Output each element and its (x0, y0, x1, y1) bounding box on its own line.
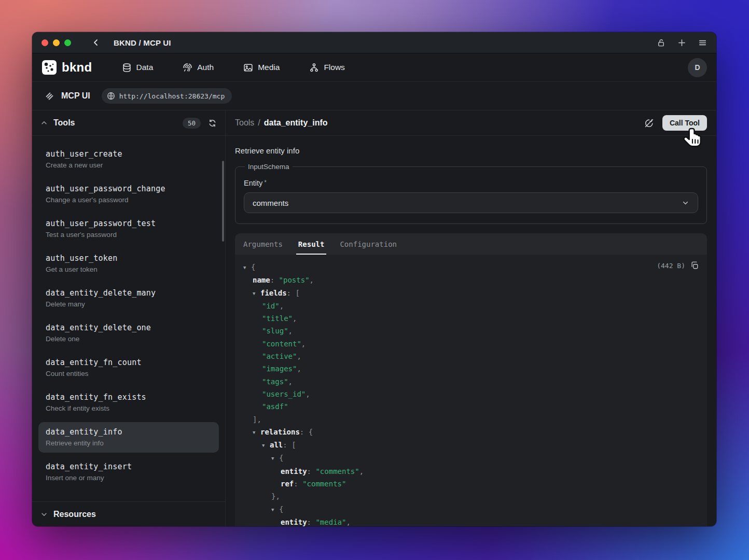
json-token: entity (281, 467, 307, 475)
tab-result[interactable]: Result (298, 233, 325, 255)
nav-item-flows[interactable]: Flows (309, 63, 344, 73)
tool-description: Create a new user (46, 161, 212, 169)
tool-list-item-auth_user_token[interactable]: auth_user_tokenGet a user token (38, 248, 219, 279)
json-token: relations (260, 428, 300, 436)
tool-name: data_entity_delete_many (46, 288, 212, 298)
json-line: ▼{ (243, 261, 699, 274)
close-window-button[interactable] (41, 39, 48, 46)
json-line: "title", (243, 312, 699, 325)
breadcrumb-section[interactable]: Tools (235, 118, 254, 128)
json-line: "images", (243, 362, 699, 375)
json-line: "tags", (243, 375, 699, 388)
tool-description: Delete many (46, 300, 212, 308)
json-token: , (301, 340, 306, 348)
json-token: "content" (262, 340, 301, 348)
tool-list-item-auth_user_create[interactable]: auth_user_createCreate a new user (38, 144, 219, 175)
json-token: { (279, 505, 283, 513)
json-line: entity: "media", (243, 516, 699, 526)
image-icon (243, 63, 253, 73)
fingerprint-icon (183, 63, 192, 73)
call-tool-button[interactable]: Call Tool (662, 115, 707, 131)
user-avatar[interactable]: D (688, 58, 707, 77)
brand-name: bknd (62, 60, 92, 75)
tools-section-header[interactable]: Tools 50 (32, 110, 225, 136)
collapse-triangle-icon[interactable]: ▼ (271, 503, 279, 516)
tool-list-item-auth_user_password_change[interactable]: auth_user_password_changeChange a user's… (38, 179, 219, 209)
json-token: "posts" (279, 276, 310, 284)
tool-detail-panel: Tools / data_entity_info Call Tool Retri… (226, 110, 716, 526)
copy-result-button[interactable] (690, 261, 699, 270)
json-token: , (293, 314, 297, 323)
json-line: "active", (243, 350, 699, 362)
tool-list-item-data_entity_fn_exists[interactable]: data_entity_fn_existsCheck if entity exi… (38, 387, 219, 418)
mcp-url-pill[interactable]: http://localhost:28623/mcp (102, 88, 232, 104)
new-tab-button[interactable] (677, 38, 686, 47)
auto-refresh-off-button[interactable] (644, 118, 654, 128)
back-button[interactable] (92, 38, 100, 47)
tool-list-item-data_entity_delete_one[interactable]: data_entity_delete_oneDelete one (38, 318, 219, 348)
tool-description: Retrieve entity info (235, 146, 707, 155)
nav-item-label: Flows (324, 63, 344, 72)
tool-list-item-data_entity_fn_count[interactable]: data_entity_fn_countCount entities (38, 353, 219, 383)
hamburger-menu-icon (698, 38, 707, 47)
tools-count-badge: 50 (183, 118, 201, 129)
collapse-triangle-icon[interactable]: ▼ (253, 426, 260, 439)
collapse-triangle-icon[interactable]: ▼ (271, 452, 279, 465)
database-icon (122, 63, 132, 73)
nav-item-media[interactable]: Media (243, 63, 280, 73)
tool-list-item-data_entity_delete_many[interactable]: data_entity_delete_manyDelete many (38, 283, 219, 314)
tab-configuration[interactable]: Configuration (340, 233, 397, 255)
json-token: "users_id" (262, 390, 306, 398)
bknd-logo-icon (41, 60, 57, 75)
resources-section-header[interactable]: Resources (32, 501, 225, 526)
chevron-left-icon (92, 38, 100, 47)
tool-list-item-data_entity_info[interactable]: data_entity_infoRetrieve entity info (38, 422, 219, 453)
sidebar-scrollbar[interactable] (222, 161, 224, 242)
tool-name: auth_user_password_change (46, 184, 212, 193)
tools-sidebar: Tools 50 auth_user_createCreate a new us… (32, 110, 226, 526)
refresh-icon (208, 119, 217, 128)
json-line: ref: "comments" (243, 478, 699, 490)
json-token: "asdf" (262, 402, 288, 411)
tool-description: Change a user's password (46, 196, 212, 204)
json-token: , (346, 518, 350, 526)
json-line: ▼{ (243, 452, 699, 465)
tool-name: auth_user_create (46, 149, 212, 159)
tool-name: auth_user_password_test (46, 219, 212, 228)
collapse-triangle-icon[interactable]: ▼ (253, 287, 260, 300)
json-token: "active" (262, 352, 297, 360)
nav-item-auth[interactable]: Auth (183, 63, 214, 73)
window-titlebar: BKND / MCP UI (32, 32, 716, 53)
collapse-triangle-icon[interactable]: ▼ (262, 439, 270, 452)
json-token: "media" (315, 518, 346, 526)
json-token: ], (253, 415, 261, 424)
refresh-tools-button[interactable] (208, 119, 217, 128)
entity-select[interactable]: comments (244, 192, 698, 213)
nav-item-data[interactable]: Data (122, 63, 154, 73)
json-token: { (251, 263, 255, 271)
tool-list-item-auth_user_password_test[interactable]: auth_user_password_testTest a user's pas… (38, 214, 219, 244)
json-token: , (359, 467, 364, 475)
json-line: ▼relations: { (243, 426, 699, 439)
tool-description: Count entities (46, 370, 212, 377)
json-line: ], (243, 413, 699, 426)
minimize-window-button[interactable] (53, 39, 60, 46)
nav-item-label: Auth (197, 63, 214, 72)
json-line: "slug", (243, 325, 699, 337)
refresh-off-icon (644, 118, 654, 128)
window-title: BKND / MCP UI (114, 38, 171, 47)
zoom-window-button[interactable] (64, 39, 71, 46)
json-token: : (307, 518, 316, 526)
tab-arguments[interactable]: Arguments (243, 233, 283, 255)
traffic-lights (41, 39, 71, 46)
resources-section-label: Resources (53, 510, 96, 519)
json-token: fields (260, 289, 287, 297)
json-token: { (279, 454, 283, 462)
tool-description: Retrieve entity info (46, 439, 212, 447)
tool-list-item-data_entity_insert[interactable]: data_entity_insertInsert one or many (38, 457, 219, 487)
collapse-triangle-icon[interactable]: ▼ (243, 261, 251, 274)
breadcrumb-separator: / (258, 118, 260, 128)
lock-open-icon[interactable] (657, 38, 665, 47)
hamburger-menu-button[interactable] (698, 38, 707, 47)
bknd-logo[interactable]: bknd (41, 60, 92, 75)
